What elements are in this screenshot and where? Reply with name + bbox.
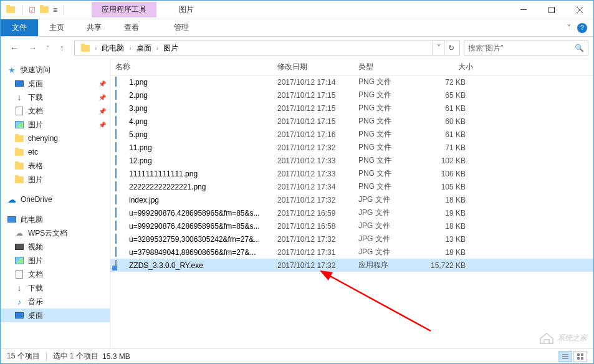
sidebar-item[interactable]: 桌面 [1,309,110,322]
sidebar-item[interactable]: 文档📌 [1,104,110,118]
breadcrumb-this-pc[interactable]: 此电脑 [98,42,128,55]
breadcrumb-history-dropdown[interactable]: ˅ [432,41,444,55]
ribbon-tabs: 文件 主页 共享 查看 管理 ˅ ? [1,19,593,37]
onedrive-icon: ☁ [7,194,17,204]
file-date: 2017/10/12 17:32 [272,259,353,272]
file-name: u=999290876,4286958965&fm=85&s... [129,222,260,231]
maximize-button[interactable] [537,1,565,19]
ribbon-collapse-icon[interactable]: ˅ [567,24,571,32]
file-row[interactable]: 222222222222221.png2017/10/12 17:34PNG 文… [110,180,593,193]
titlebar: ☑ ≡ 应用程序工具 图片 [1,1,593,19]
file-date: 2017/10/12 17:14 [272,75,353,89]
file-name: 4.png [129,117,148,126]
sidebar-item[interactable]: etc [1,145,110,159]
sidebar-quick-access[interactable]: ★ 快速访问 [1,63,110,77]
minimize-button[interactable] [509,1,537,19]
search-icon[interactable]: 🔍 [575,44,584,52]
breadcrumb-icon[interactable] [77,44,93,53]
file-name: u=999290876,4286958965&fm=85&s... [129,209,260,218]
column-date[interactable]: 修改日期 [272,59,353,75]
file-row[interactable]: 1111111111111.png2017/10/12 17:33PNG 文件1… [110,167,593,180]
file-name: 2.png [129,91,148,100]
folder-icon [14,147,24,157]
svg-rect-0 [520,9,527,10]
svg-rect-10 [581,357,583,360]
chevron-right-icon[interactable]: › [155,45,160,52]
qat-overflow-icon[interactable]: ≡ [53,6,57,14]
file-size: 106 KB [422,167,478,181]
sidebar-item[interactable]: 图片📌 [1,118,110,132]
sidebar-item[interactable]: 视频 [1,240,110,254]
file-name: 1.png [129,78,148,87]
sidebar-item[interactable]: ☁WPS云文档 [1,226,110,240]
help-icon[interactable]: ? [577,23,587,33]
sidebar-item-label: 图片 [28,175,106,185]
sidebar-item[interactable]: ↓下载 [1,281,110,295]
file-row[interactable]: 12.png2017/10/12 17:33PNG 文件102 KB [110,154,593,167]
sidebar-item[interactable]: ↓下载📌 [1,90,110,104]
sidebar-item[interactable]: 表格 [1,159,110,173]
view-icons-button[interactable] [573,351,587,362]
file-date: 2017/10/12 17:16 [272,128,353,141]
context-tab-tools[interactable]: 应用程序工具 [92,2,156,17]
file-row[interactable]: 3.png2017/10/12 17:15PNG 文件61 KB [110,102,593,115]
file-date: 2017/10/12 17:32 [272,193,353,207]
file-row[interactable]: 1.png2017/10/12 17:14PNG 文件72 KB [110,75,593,89]
sidebar-item[interactable]: 文档 [1,267,110,281]
sidebar-item[interactable]: chenying [1,132,110,145]
file-row[interactable]: 4.png2017/10/12 17:15PNG 文件60 KB [110,115,593,128]
column-size[interactable]: 大小 [422,59,478,75]
sidebar-item[interactable]: 桌面📌 [1,77,110,90]
close-button[interactable] [565,1,593,19]
qat-folder-icon[interactable] [39,5,49,15]
breadcrumb-desktop[interactable]: 桌面 [133,42,155,55]
img-icon [115,90,125,100]
img-icon [14,256,24,266]
file-date: 2017/10/12 17:15 [272,89,353,102]
sidebar-item[interactable]: 图片 [1,254,110,267]
file-row[interactable]: 5.png2017/10/12 17:16PNG 文件61 KB [110,128,593,141]
chevron-right-icon[interactable]: › [93,45,98,52]
column-name[interactable]: 名称 [110,59,272,75]
tab-view[interactable]: 查看 [113,19,150,36]
file-row[interactable]: 11.png2017/10/12 17:32PNG 文件71 KB [110,141,593,154]
file-row[interactable]: u=999290876,4286958965&fm=85&s...2017/10… [110,206,593,219]
doc-icon [14,269,24,279]
tab-file[interactable]: 文件 [1,19,38,36]
search-input[interactable] [468,44,575,52]
column-type[interactable]: 类型 [353,59,422,75]
qat-checkbox-icon[interactable]: ☑ [29,6,36,14]
breadcrumb[interactable]: › 此电脑 › 桌面 › 图片 ˅ ↻ [74,41,460,55]
tab-home[interactable]: 主页 [38,19,75,36]
search-box[interactable]: 🔍 [464,41,588,55]
file-row[interactable]: u=3798849041,886908656&fm=27&...2017/10/… [110,246,593,259]
tab-manage[interactable]: 管理 [163,19,200,36]
sidebar-item[interactable]: ♪音乐 [1,295,110,309]
svg-rect-9 [577,357,580,360]
view-details-button[interactable] [558,351,572,362]
file-row[interactable]: 2.png2017/10/12 17:15PNG 文件65 KB [110,89,593,102]
file-name: 12.png [129,156,152,165]
file-row[interactable]: u=3289532759,3006305242&fm=27&...2017/10… [110,232,593,246]
sidebar-this-pc[interactable]: 此电脑 [1,213,110,226]
file-row[interactable]: index.jpg2017/10/12 17:32JPG 文件18 KB [110,193,593,206]
file-list-pane: 名称 修改日期 类型 大小 1.png2017/10/12 17:14PNG 文… [110,59,593,348]
chevron-right-icon[interactable]: › [128,45,132,52]
file-size: 60 KB [422,115,478,128]
breadcrumb-pictures[interactable]: 图片 [160,42,182,55]
file-row[interactable]: u=999290876,4286958965&fm=85&s...2017/10… [110,219,593,232]
img-icon [115,247,125,257]
nav-up-button[interactable]: ↑ [53,41,70,55]
nav-forward-button[interactable]: → [24,41,42,55]
file-date: 2017/10/12 17:15 [272,102,353,115]
pin-icon: 📌 [98,94,106,101]
sidebar-item[interactable]: 图片 [1,173,110,186]
refresh-button[interactable]: ↻ [444,41,457,55]
sidebar-item-label: 图片 [28,256,106,266]
file-name: u=3289532759,3006305242&fm=27&... [129,235,260,244]
nav-recent-dropdown[interactable]: ˅ [43,41,52,55]
nav-back-button[interactable]: ← [6,41,23,55]
file-row[interactable]: ZZDS_3.3.0.0_RY.exe2017/10/12 17:32应用程序1… [110,259,593,272]
sidebar-onedrive[interactable]: ☁ OneDrive [1,193,110,206]
tab-share[interactable]: 共享 [75,19,113,36]
